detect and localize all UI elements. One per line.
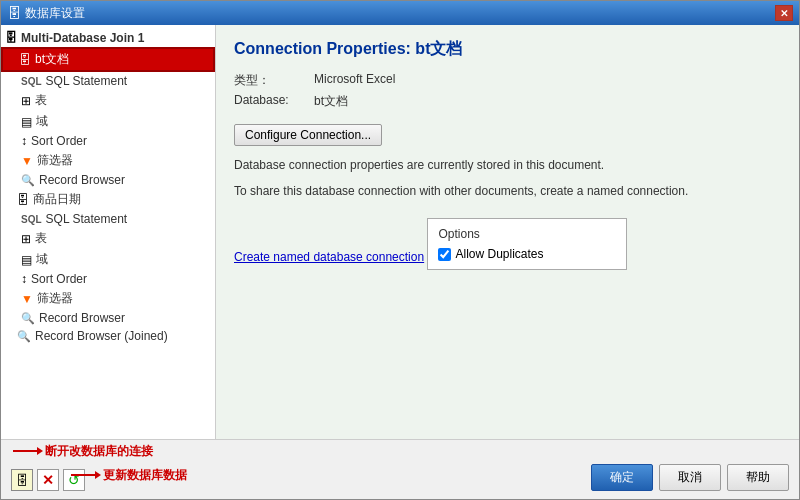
- type-value: Microsoft Excel: [314, 72, 395, 89]
- tree-root-item[interactable]: 🗄 Multi-Database Join 1: [1, 29, 215, 47]
- info-text-2-part1: To share this database connection with o…: [234, 184, 688, 198]
- sql1-label: SQL Statement: [46, 74, 128, 88]
- close-button[interactable]: ✕: [775, 5, 793, 21]
- joined-icon: 🔍: [17, 330, 31, 343]
- sort1-label: Sort Order: [31, 134, 87, 148]
- db-icon-bt: 🗄: [19, 53, 31, 67]
- help-button[interactable]: 帮助: [727, 464, 789, 491]
- left-panel: 🗄 Multi-Database Join 1 🗄 bt文档 SQL SQL S…: [1, 25, 216, 439]
- browser-icon1: 🔍: [21, 174, 35, 187]
- main-window: 🗄 数据库设置 ✕ 🗄 Multi-Database Join 1 🗄 bt文档…: [0, 0, 800, 500]
- annotation-disconnect-text: 断开改数据库的连接: [45, 443, 153, 460]
- svg-marker-3: [95, 471, 101, 479]
- domain-icon2: ▤: [21, 253, 32, 267]
- tree-item-browser2[interactable]: 🔍 Record Browser: [1, 309, 215, 327]
- options-label: Options: [438, 227, 616, 241]
- bottom-area: 断开改数据库的连接 更新数据库数据 🗄 ✕ ↺: [1, 439, 799, 499]
- tree-group-product[interactable]: 🗄 商品日期: [1, 189, 215, 210]
- tree-item-browser1[interactable]: 🔍 Record Browser: [1, 171, 215, 189]
- allow-duplicates-label: Allow Duplicates: [455, 247, 543, 261]
- tree-item-sort2[interactable]: ↕ Sort Order: [1, 270, 215, 288]
- tree-group-bt[interactable]: 🗄 bt文档: [1, 47, 215, 72]
- add-db-icon: 🗄: [16, 473, 29, 488]
- configure-connection-button[interactable]: Configure Connection...: [234, 124, 382, 146]
- add-db-button[interactable]: 🗄: [11, 469, 33, 491]
- sort2-label: Sort Order: [31, 272, 87, 286]
- sort-icon1: ↕: [21, 134, 27, 148]
- tree-item-sql2[interactable]: SQL SQL Statement: [1, 210, 215, 228]
- filter-icon1: ▼: [21, 154, 33, 168]
- options-group: Options Allow Duplicates: [427, 218, 627, 270]
- tree-item-domain1[interactable]: ▤ 域: [1, 111, 215, 132]
- bt-label: bt文档: [35, 51, 69, 68]
- database-label: Database:: [234, 93, 314, 110]
- domain2-label: 域: [36, 251, 48, 268]
- window-title: 数据库设置: [25, 5, 85, 22]
- sql-icon2: SQL: [21, 214, 42, 225]
- tree-item-filter2[interactable]: ▼ 筛选器: [1, 288, 215, 309]
- title-bar: 🗄 数据库设置 ✕: [1, 1, 799, 25]
- tree-item-sql1[interactable]: SQL SQL Statement: [1, 72, 215, 90]
- info-text-1: Database connection properties are curre…: [234, 156, 781, 174]
- product-label: 商品日期: [33, 191, 81, 208]
- sort-icon2: ↕: [21, 272, 27, 286]
- browser-icon2: 🔍: [21, 312, 35, 325]
- type-label: 类型：: [234, 72, 314, 89]
- database-value: bt文档: [314, 93, 348, 110]
- filter2-label: 筛选器: [37, 290, 73, 307]
- sql2-label: SQL Statement: [46, 212, 128, 226]
- joined-label: Record Browser (Joined): [35, 329, 168, 343]
- domain-icon1: ▤: [21, 115, 32, 129]
- refresh-arrow-svg: [71, 465, 101, 485]
- tree-item-joined[interactable]: 🔍 Record Browser (Joined): [1, 327, 215, 345]
- annotation-refresh: 更新数据库数据: [71, 465, 187, 485]
- domain1-label: 域: [36, 113, 48, 130]
- tree-item-sort1[interactable]: ↕ Sort Order: [1, 132, 215, 150]
- filter-icon2: ▼: [21, 292, 33, 306]
- browser1-label: Record Browser: [39, 173, 125, 187]
- table-icon2: ⊞: [21, 232, 31, 246]
- window-icon: 🗄: [7, 5, 21, 21]
- title-bar-left: 🗄 数据库设置: [7, 5, 85, 22]
- table-icon1: ⊞: [21, 94, 31, 108]
- allow-duplicates-row: Allow Duplicates: [438, 247, 616, 261]
- ok-button[interactable]: 确定: [591, 464, 653, 491]
- table2-label: 表: [35, 230, 47, 247]
- annotation-refresh-text: 更新数据库数据: [103, 467, 187, 484]
- content-area: 🗄 Multi-Database Join 1 🗄 bt文档 SQL SQL S…: [1, 25, 799, 439]
- create-named-connection-link[interactable]: Create named database connection: [234, 250, 424, 264]
- delete-db-button[interactable]: ✕: [37, 469, 59, 491]
- bottom-right-buttons: 确定 取消 帮助: [591, 464, 789, 491]
- root-label: Multi-Database Join 1: [21, 31, 144, 45]
- sql-icon1: SQL: [21, 76, 42, 87]
- disconnect-arrow-svg: [13, 441, 43, 461]
- delete-db-icon: ✕: [42, 472, 54, 488]
- root-icon: 🗄: [5, 31, 17, 45]
- type-row: 类型： Microsoft Excel: [234, 72, 781, 89]
- database-row: Database: bt文档: [234, 93, 781, 110]
- annotation-disconnect: 断开改数据库的连接: [13, 441, 153, 461]
- db-icon-product: 🗄: [17, 193, 29, 207]
- tree-item-table1[interactable]: ⊞ 表: [1, 90, 215, 111]
- right-panel: Connection Properties: bt文档 类型： Microsof…: [216, 25, 799, 439]
- allow-duplicates-checkbox[interactable]: [438, 248, 451, 261]
- browser2-label: Record Browser: [39, 311, 125, 325]
- filter1-label: 筛选器: [37, 152, 73, 169]
- tree-item-filter1[interactable]: ▼ 筛选器: [1, 150, 215, 171]
- title-controls: ✕: [775, 5, 793, 21]
- cancel-button[interactable]: 取消: [659, 464, 721, 491]
- table1-label: 表: [35, 92, 47, 109]
- tree-item-table2[interactable]: ⊞ 表: [1, 228, 215, 249]
- tree-item-domain2[interactable]: ▤ 域: [1, 249, 215, 270]
- svg-marker-1: [37, 447, 43, 455]
- info-text-2: To share this database connection with o…: [234, 182, 781, 200]
- connection-title: Connection Properties: bt文档: [234, 39, 781, 60]
